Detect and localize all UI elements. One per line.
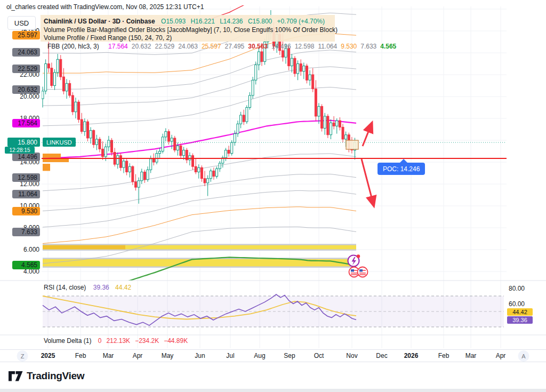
time-axis[interactable]: Z2025FebMarAprMayJunJulAugSepOctNovDec20…: [0, 349, 546, 362]
symbol-title: Chainlink / US Dollar · 3D · Coinbase: [44, 18, 155, 25]
time-axis-label: May: [162, 352, 174, 359]
price-axis-label: 20.000: [20, 93, 39, 100]
volume-delta-legend-row[interactable]: Volume Delta (1) 0212.13K−234.2K−44.89K: [44, 337, 188, 345]
price-axis-badge: 24.063: [12, 48, 40, 57]
time-axis-label: Oct: [314, 352, 324, 359]
time-axis-label: Apr: [496, 352, 506, 359]
time-axis-label: Apr: [133, 352, 143, 359]
price-axis-badge: 12.598: [12, 173, 40, 182]
chart-canvas[interactable]: [0, 0, 546, 392]
fbb-level-value: 20.632: [132, 43, 151, 50]
ohlc-high: H16.221: [190, 18, 214, 25]
time-axis-label: Feb: [438, 352, 449, 359]
time-axis-label: Dec: [376, 352, 387, 359]
ohlc-change: +0.709 (+4.70%): [277, 18, 325, 25]
legend-indicator-orderblocks[interactable]: Volume Profile Bar-Magnified Order Block…: [44, 26, 338, 34]
order-block-zones: [43, 244, 356, 268]
time-axis-label: Jul: [226, 352, 234, 359]
price-axis-badge: 14.496: [12, 153, 40, 161]
rsi-legend-row[interactable]: RSI (14, close) 39.36 44.42: [44, 284, 131, 291]
rsi-ma-value: 44.42: [115, 284, 131, 291]
time-axis-label: Aug: [254, 352, 265, 359]
volume-delta-title: Volume Delta (1): [44, 337, 91, 345]
fbb-level-value: 9.530: [341, 43, 357, 50]
ohlc-open: O15.093: [161, 18, 186, 25]
fbb-level-value: 17.564: [108, 43, 128, 50]
rsi-axis[interactable]: 80.0060.0044.4239.36: [507, 281, 546, 334]
time-axis-label: Mar: [465, 352, 477, 359]
fbb-level-value: 30.563: [248, 43, 268, 50]
tradingview-logo-text: TradingView: [27, 370, 84, 382]
rsi-title-label: RSI (14, close): [44, 284, 86, 291]
us-flag-event-icon: [358, 267, 368, 277]
fbb-label: FBB (200, hlc3, 3): [47, 43, 99, 50]
poc-tooltip: POC: 14.246: [378, 163, 425, 175]
rsi-value: 39.36: [93, 284, 109, 291]
price-axis-badge: 20.632: [12, 85, 40, 94]
axis-settings-button[interactable]: A: [518, 350, 529, 362]
time-axis-label: Mar: [103, 352, 114, 359]
volume-delta-value: −44.89K: [164, 337, 188, 345]
price-axis-badge: 11.064: [12, 190, 40, 198]
bar-countdown-badge: 12:28:15: [5, 147, 35, 154]
price-axis-badge: 7.633: [12, 228, 40, 236]
fbb-level-value: 25.597: [202, 43, 221, 50]
price-axis-label: 6.000: [23, 246, 39, 253]
time-axis-label: Feb: [75, 352, 86, 359]
tradingview-chart-window: { "colors": { "up": "#089981", "down": "…: [0, 0, 546, 392]
event-icons: [348, 254, 368, 277]
fbb-level-value: 12.598: [295, 43, 315, 50]
fbb-level-value: 22.529: [155, 43, 174, 50]
volume-delta-values: 0212.13K−234.2K−44.89K: [93, 337, 188, 345]
time-axis-label: 2025: [41, 352, 55, 359]
active-order-block-box: [346, 140, 358, 149]
legend-symbol-row[interactable]: Chainlink / US Dollar · 3D · Coinbase O1…: [44, 18, 328, 25]
rsi-axis-badge: 44.42: [507, 308, 533, 316]
drawn-up-arrow: [363, 125, 371, 146]
symbol-flag-badge[interactable]: LINKUSD: [43, 138, 76, 147]
time-axis-label: Jun: [195, 352, 205, 359]
volume-delta-value: 0: [98, 337, 102, 345]
ohlc-close: C15.800: [248, 18, 272, 25]
price-axis-badge: 25.597: [12, 31, 40, 39]
price-axis[interactable]: 26.00022.00020.00018.00014.00012.00010.0…: [0, 0, 42, 349]
ohlc-low: L14.236: [220, 18, 243, 25]
price-axis-badge: 17.564: [12, 119, 40, 127]
tradingview-logo[interactable]: TradingView: [9, 370, 84, 382]
rsi-pane: [43, 294, 504, 327]
rsi-axis-label: 60.00: [509, 300, 525, 308]
volume-delta-value: 212.13K: [106, 337, 130, 345]
fbb-level-value: 7.633: [360, 43, 376, 50]
tradingview-logo-icon: [9, 371, 23, 381]
fbb-level-value: 27.495: [225, 43, 245, 50]
legend-indicator-fbb[interactable]: FBB (200, hlc3, 3) 17.56420.63222.52924.…: [44, 43, 396, 50]
currency-unit-button[interactable]: USD: [7, 16, 36, 30]
bottom-window-bar: [0, 389, 546, 392]
rsi-axis-badge: 39.36: [507, 316, 533, 324]
price-axis-badge: 22.529: [12, 65, 40, 73]
time-axis-label: Sep: [284, 352, 295, 359]
fbb-values: 17.56420.63222.52924.06325.59727.49530.5…: [105, 43, 396, 50]
timezone-button[interactable]: Z: [17, 350, 28, 362]
legend-indicator-volume-profile[interactable]: Volume Profile / Fixed Range (150, 24, 7…: [44, 34, 172, 42]
fbb-level-value: 11.064: [318, 43, 337, 50]
price-axis-badge: 9.530: [12, 207, 40, 215]
fbb-level-value: 14.496: [271, 43, 291, 50]
fbb-level-value: 4.565: [380, 43, 396, 50]
drawn-down-arrow: [362, 159, 373, 204]
time-axis-label: 2026: [404, 352, 419, 359]
price-axis-badge: 4.565: [12, 261, 40, 269]
time-axis-label: Nov: [346, 352, 357, 359]
volume-delta-value: −234.2K: [135, 337, 159, 345]
rsi-axis-label: 80.00: [509, 285, 525, 292]
fbb-level-value: 24.063: [178, 43, 198, 50]
current-price-badge: 15.800: [7, 138, 40, 147]
